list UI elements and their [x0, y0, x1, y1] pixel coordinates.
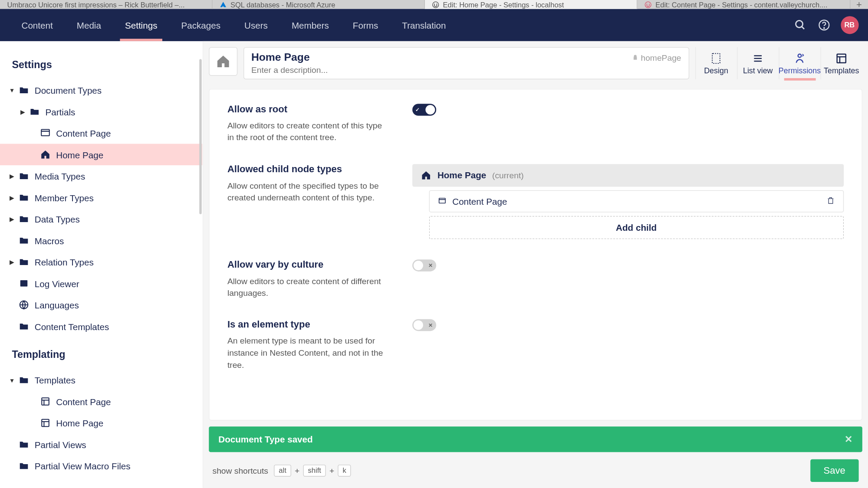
search-icon[interactable]	[788, 13, 812, 37]
editor-header: Home Page homePage Design List view Perm…	[203, 41, 868, 79]
caret-right-icon[interactable]: ▶	[8, 216, 16, 222]
check-icon: ✓	[415, 107, 420, 113]
svg-rect-21	[439, 198, 445, 203]
tree-document-types[interactable]: ▼ Document Types	[0, 79, 202, 101]
toggle-vary-by-culture[interactable]: ✕	[412, 259, 436, 272]
tab-design[interactable]: Design	[695, 47, 736, 79]
tab-templates[interactable]: Templates	[820, 47, 862, 79]
folder-icon	[18, 213, 30, 225]
tree-home-page-selected[interactable]: Home Page	[0, 144, 202, 165]
tree-partial-view-macro-files[interactable]: Partial View Macro Files	[0, 455, 202, 477]
browser-tabs: Umbraco Unicore first impressions – Rick…	[0, 0, 868, 9]
nav-members[interactable]: Members	[279, 9, 341, 41]
sidebar-heading-templating: Templating	[0, 337, 202, 369]
folder-icon	[18, 191, 30, 203]
tab-list-view[interactable]: List view	[736, 47, 778, 79]
svg-rect-10	[42, 398, 49, 405]
browser-tab[interactable]: SQL databases - Microsoft Azure	[213, 0, 425, 9]
design-icon	[710, 52, 723, 65]
nav-media[interactable]: Media	[65, 9, 113, 41]
folder-icon	[18, 460, 30, 472]
sidebar-scrollbar[interactable]	[199, 41, 202, 488]
tree-tpl-home-page[interactable]: Home Page	[0, 412, 202, 434]
nav-users[interactable]: Users	[233, 9, 280, 41]
list-icon	[751, 52, 764, 65]
description-input[interactable]	[251, 65, 681, 75]
tree-log-viewer[interactable]: Log Viewer	[0, 272, 202, 294]
toggle-is-element[interactable]: ✕	[412, 319, 436, 331]
main-content: Home Page homePage Design List view Perm…	[203, 41, 868, 488]
caret-down-icon[interactable]: ▼	[8, 87, 16, 93]
folder-icon	[18, 256, 30, 268]
tree-partials[interactable]: ▶ Partials	[0, 101, 202, 122]
doctype-title[interactable]: Home Page	[251, 51, 310, 64]
tree-tpl-content-page[interactable]: Content Page	[0, 391, 202, 413]
tree-relation-types[interactable]: ▶ Relation Types	[0, 251, 202, 273]
sidebar: Settings ▼ Document Types ▶ Partials Con…	[0, 41, 203, 488]
doctype-icon-picker[interactable]	[209, 47, 237, 76]
tree-media-types[interactable]: ▶ Media Types	[0, 165, 202, 187]
tree-content-page[interactable]: Content Page	[0, 122, 202, 144]
doctype-alias[interactable]: homePage	[632, 53, 681, 62]
field-allowed-children: Allowed child node types Allow content o…	[227, 164, 844, 239]
field-title: Allow vary by culture	[227, 259, 388, 270]
kbd-shift: shift	[303, 465, 326, 477]
folder-icon	[18, 84, 30, 96]
save-button[interactable]: Save	[810, 459, 858, 482]
tree-templates[interactable]: ▼ Templates	[0, 369, 202, 391]
tree-content-templates[interactable]: Content Templates	[0, 315, 202, 337]
toast-close-button[interactable]: ✕	[845, 434, 852, 445]
box-icon	[18, 277, 30, 289]
add-child-button[interactable]: Add child	[429, 216, 844, 239]
caret-down-icon[interactable]: ▼	[8, 377, 16, 383]
umbraco-icon	[645, 1, 652, 8]
field-is-element: Is an element type An element type is me…	[227, 319, 844, 371]
tree-member-types[interactable]: ▶ Member Types	[0, 187, 202, 208]
folder-icon	[18, 374, 30, 386]
tree-partial-views[interactable]: Partial Views	[0, 434, 202, 455]
browser-tab[interactable]: Umbraco Unicore first impressions – Rick…	[0, 0, 213, 9]
svg-rect-13	[42, 419, 49, 427]
caret-right-icon[interactable]: ▶	[8, 194, 16, 201]
caret-right-icon[interactable]: ▶	[8, 259, 16, 265]
azure-icon	[220, 1, 227, 8]
editor-footer: show shortcuts alt + shift + k Save	[203, 456, 868, 488]
new-tab-button[interactable]: +	[850, 0, 868, 10]
help-icon[interactable]	[812, 13, 836, 37]
permissions-icon	[793, 52, 806, 65]
svg-line-3	[802, 26, 804, 29]
nav-packages[interactable]: Packages	[169, 9, 233, 41]
child-item[interactable]: Content Page	[429, 190, 844, 212]
caret-right-icon[interactable]: ▶	[8, 173, 16, 179]
field-vary-by-culture: Allow vary by culture Allow editors to c…	[227, 259, 844, 299]
toast-success: Document Type saved ✕	[209, 426, 862, 452]
folder-icon	[18, 234, 30, 246]
caret-right-icon[interactable]: ▶	[19, 108, 26, 115]
home-icon	[421, 170, 431, 180]
svg-point-5	[823, 28, 824, 29]
tree-data-types[interactable]: ▶ Data Types	[0, 208, 202, 230]
toggle-allow-as-root[interactable]: ✓	[412, 104, 436, 116]
field-desc: Allow editors to create content of this …	[227, 119, 388, 144]
tab-permissions[interactable]: Permissions	[779, 47, 820, 79]
browser-tab-active[interactable]: Edit: Home Page - Settings - localhost	[425, 0, 638, 9]
browser-tab[interactable]: Edit: Content Page - Settings - content.…	[638, 0, 850, 9]
shortcuts-label[interactable]: show shortcuts	[213, 466, 268, 475]
home-icon	[39, 148, 52, 160]
nav-translation[interactable]: Translation	[390, 9, 458, 41]
field-title: Allow as root	[227, 104, 388, 115]
tree-macros[interactable]: Macros	[0, 229, 202, 251]
sidebar-heading-settings: Settings	[0, 53, 202, 79]
nav-forms[interactable]: Forms	[341, 9, 390, 41]
user-avatar[interactable]: RB	[841, 16, 858, 34]
svg-rect-6	[41, 129, 49, 135]
field-desc: Allow editors to create content of diffe…	[227, 275, 388, 299]
nav-content[interactable]: Content	[10, 9, 65, 41]
layout-icon	[39, 396, 52, 408]
delete-child-button[interactable]	[826, 196, 835, 206]
layout-icon	[39, 417, 52, 429]
svg-point-2	[796, 20, 802, 27]
tree-languages[interactable]: Languages	[0, 294, 202, 316]
nav-settings[interactable]: Settings	[113, 9, 169, 41]
folder-icon	[18, 439, 30, 451]
